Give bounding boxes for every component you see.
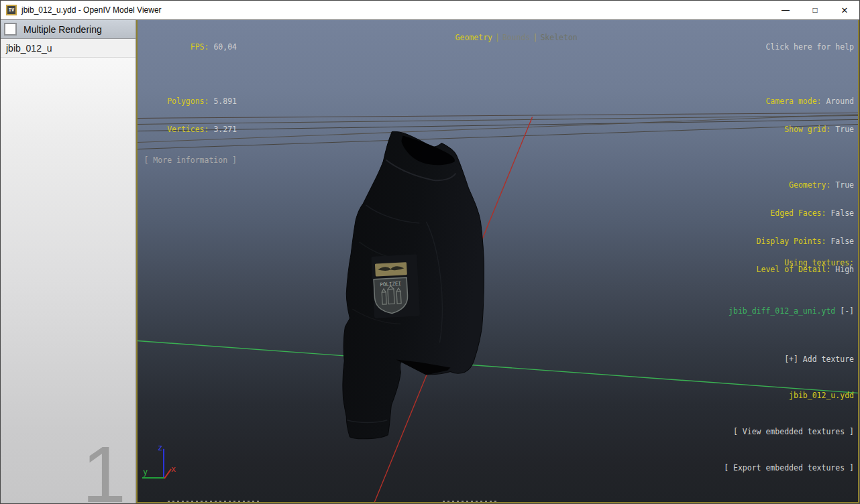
- texture-file-link[interactable]: jbib_diff_012_a_uni.ytd: [729, 306, 835, 316]
- model-list-item[interactable]: jbib_012_u: [1, 39, 136, 58]
- clipped-text-fragment: [443, 501, 498, 502]
- title-bar: IV jbib_012_u.ydd - OpenIV Model Viewer …: [1, 1, 859, 20]
- more-information-link[interactable]: [ More information ]: [143, 155, 237, 165]
- clipped-text-fragment: [168, 501, 262, 502]
- app-window: IV jbib_012_u.ydd - OpenIV Model Viewer …: [0, 0, 860, 504]
- camera-mode-setting[interactable]: Camera mode:Around: [757, 97, 854, 106]
- help-link[interactable]: Click here for help: [757, 42, 854, 52]
- polizei-patch: POLIZEI: [371, 254, 420, 318]
- add-texture-button[interactable]: [+] Add texture: [682, 353, 854, 365]
- close-button[interactable]: ✕: [830, 1, 859, 19]
- jacket-model: POLIZEI: [343, 131, 484, 439]
- axis-gizmo: z y x: [142, 443, 176, 479]
- tab-geometry[interactable]: Geometry: [455, 33, 492, 42]
- edged-faces-setting[interactable]: Edged Faces:False: [757, 208, 854, 218]
- tab-skeleton[interactable]: Skeleton: [540, 33, 577, 42]
- multiple-rendering-label: Multiple Rendering: [23, 24, 102, 35]
- viewport-number: 1: [82, 435, 126, 504]
- show-grid-setting[interactable]: Show grid:True: [757, 125, 854, 134]
- 3d-viewport[interactable]: POLIZEI: [136, 20, 859, 503]
- mode-tabs: Geometry|Bounds|Skeleton: [138, 23, 858, 52]
- vertices-readout: Vertices:3.271: [143, 125, 237, 134]
- model-file-name: jbib_012_u.ydd: [682, 389, 854, 401]
- view-embedded-textures-button[interactable]: [ View embedded textures ]: [682, 426, 854, 438]
- x-axis-label: x: [171, 464, 176, 474]
- maximize-button[interactable]: □: [800, 1, 830, 19]
- openiv-app-icon: IV: [6, 5, 17, 15]
- multiple-rendering-row: Multiple Rendering: [1, 20, 136, 39]
- window-title: jbib_012_u.ydd - OpenIV Model Viewer: [21, 5, 162, 15]
- using-textures-header: Using textures:: [682, 257, 854, 269]
- window-controls: — □ ✕: [771, 1, 859, 19]
- tab-separator: |: [495, 33, 500, 42]
- remove-texture-button[interactable]: [-]: [840, 306, 854, 316]
- tab-separator: |: [533, 33, 537, 42]
- model-list-sidebar: Multiple Rendering jbib_012_u 1: [1, 20, 136, 503]
- z-axis-label: z: [158, 443, 162, 452]
- textures-overlay: Using textures: jbib_diff_012_a_uni.ytd[…: [682, 233, 854, 498]
- export-embedded-textures-button[interactable]: [ Export embedded textures ]: [682, 462, 854, 474]
- multiple-rendering-checkbox[interactable]: [4, 23, 17, 36]
- patch-text: POLIZEI: [380, 281, 401, 288]
- y-axis-label: y: [143, 467, 148, 477]
- tab-bounds[interactable]: Bounds: [502, 33, 531, 42]
- texture-row: jbib_diff_012_a_uni.ytd[-]: [682, 293, 854, 329]
- geometry-setting[interactable]: Geometry:True: [757, 180, 854, 190]
- polygons-readout: Polygons:5.891: [143, 97, 237, 106]
- grid-lines: [138, 113, 858, 149]
- minimize-button[interactable]: —: [771, 1, 800, 19]
